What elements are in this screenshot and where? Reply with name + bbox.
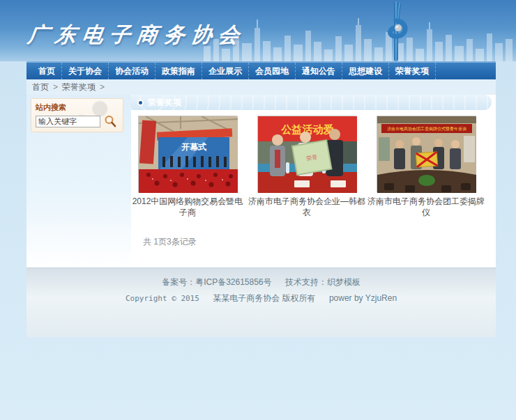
nav-item-policy[interactable]: 政策指南: [155, 63, 202, 79]
honor-caption: 济南市电子商务协会企业—韩都衣: [248, 196, 366, 218]
breadcrumb-separator: >: [100, 82, 105, 92]
search-icon[interactable]: [104, 115, 116, 127]
copyright-text: Copyright © 2015: [126, 294, 199, 303]
breadcrumb: 首页 > 荣誉奖项 >: [26, 79, 496, 95]
city-skyline-graphic: [202, 18, 516, 61]
site-logo[interactable]: 广东电子商务协会: [26, 21, 248, 49]
site-header: 广东电子商务协会: [0, 0, 516, 61]
bullet-ring-icon: [137, 100, 144, 106]
honor-photo-link-2[interactable]: 公益活动爱: [257, 116, 356, 192]
icp-record-text: 备案号：粤ICP备32615856号: [162, 277, 271, 287]
nav-item-about[interactable]: 关于协会: [62, 63, 109, 79]
section-title: 荣誉奖项: [148, 97, 181, 109]
nav-item-honors[interactable]: 荣誉奖项: [389, 63, 436, 79]
section-header-bar: 荣誉奖项: [131, 95, 492, 110]
breadcrumb-current-link[interactable]: 荣誉奖项: [62, 81, 96, 93]
powered-by-text: power by YzjuRen: [329, 293, 397, 303]
main-nav: 首页 关于协会 协会活动 政策指南 企业展示 会员园地 通知公告 思想建设 荣誉…: [26, 61, 496, 79]
honor-caption: 济南市电子商务协会团工委揭牌仪: [367, 196, 485, 218]
nav-item-notices[interactable]: 通知公告: [296, 63, 342, 79]
honor-photo-link-3[interactable]: 济南市电商协会团工委揭牌仪式暨青年座谈: [377, 116, 476, 192]
honor-caption: 2012中国网络购物交易会暨电子商: [128, 196, 247, 218]
sidebar: 站内搜索: [26, 95, 131, 267]
site-search-box: 站内搜索: [31, 98, 123, 132]
tech-support-text: 技术支持：织梦模板: [285, 277, 361, 287]
nav-item-activities[interactable]: 协会活动: [109, 63, 155, 79]
svg-text:济南市电商协会团工委揭牌仪式暨青年座谈: 济南市电商协会团工委揭牌仪式暨青年座谈: [387, 126, 466, 132]
honor-card: 济南市电商协会团工委揭牌仪式暨青年座谈: [377, 116, 476, 218]
honor-cards: 开幕式: [131, 110, 492, 218]
pagination-info: 共 1页3条记录: [143, 236, 492, 267]
search-input[interactable]: [36, 116, 100, 127]
photo-opening-ceremony: 开幕式: [139, 116, 238, 193]
breadcrumb-home-link[interactable]: 首页: [32, 81, 49, 93]
search-label: 站内搜索: [36, 102, 119, 113]
nav-item-home[interactable]: 首页: [32, 63, 62, 79]
nav-item-ideology[interactable]: 思想建设: [342, 63, 389, 79]
main-content: 荣誉奖项: [131, 95, 496, 267]
svg-text:开幕式: 开幕式: [181, 142, 206, 152]
nav-item-members[interactable]: 会员园地: [249, 63, 296, 79]
site-footer: 备案号：粤ICP备32615856号 技术支持：织梦模板 Copyright ©…: [26, 267, 496, 337]
honor-card: 公益活动爱: [257, 116, 356, 218]
honor-photo-link-1[interactable]: 开幕式: [138, 116, 237, 192]
nav-item-enterprise[interactable]: 企业展示: [202, 63, 249, 79]
footer-line-1: 备案号：粤ICP备32615856号 技术支持：织梦模板: [26, 277, 496, 288]
section-tab: 荣誉奖项: [131, 95, 197, 110]
photo-award-presentation: 公益活动爱: [258, 116, 357, 193]
tower-sculpture-graphic: [377, 1, 416, 61]
org-rights-text: 某某电子商务协会 版权所有: [213, 293, 315, 303]
honor-card: 开幕式: [138, 116, 237, 218]
photo-plaque-unveiling: 济南市电商协会团工委揭牌仪式暨青年座谈: [377, 116, 476, 193]
breadcrumb-separator: >: [53, 82, 58, 92]
page: 广东电子商务协会: [0, 0, 516, 420]
footer-line-2: Copyright © 2015 某某电子商务协会 版权所有 power by …: [26, 293, 496, 304]
